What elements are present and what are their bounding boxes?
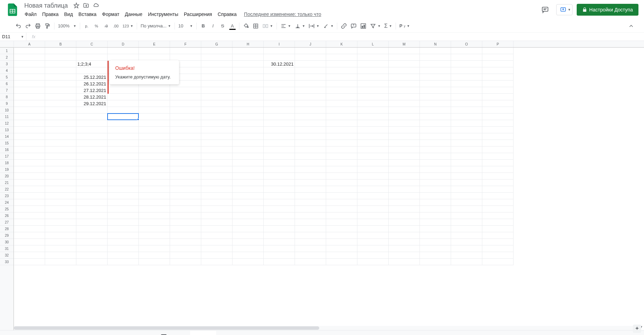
cell-M20[interactable] [389, 173, 420, 179]
cell-K21[interactable] [326, 179, 357, 186]
cell-K1[interactable] [326, 48, 357, 54]
cell-I32[interactable] [264, 252, 295, 259]
cell-M6[interactable] [389, 81, 420, 87]
cell-J10[interactable] [295, 107, 326, 114]
cell-N12[interactable] [420, 120, 451, 127]
cell-H29[interactable] [232, 232, 264, 239]
cell-F29[interactable] [170, 232, 201, 239]
cell-C32[interactable] [76, 252, 108, 259]
cell-A2[interactable] [14, 54, 45, 61]
cell-M16[interactable] [389, 146, 420, 153]
cell-J12[interactable] [295, 120, 326, 127]
row-header-9[interactable]: 9 [0, 100, 14, 107]
row-header-3[interactable]: 3 [0, 61, 14, 67]
cell-P16[interactable] [482, 146, 514, 153]
cell-N31[interactable] [420, 245, 451, 252]
cell-H2[interactable] [232, 54, 264, 61]
cell-K5[interactable] [326, 74, 357, 81]
cell-H18[interactable] [232, 160, 264, 166]
cell-P23[interactable] [482, 193, 514, 199]
cell-O10[interactable] [451, 107, 482, 114]
cell-G16[interactable] [201, 146, 232, 153]
cell-E26[interactable] [139, 212, 170, 219]
row-header-27[interactable]: 27 [0, 219, 14, 226]
cell-O18[interactable] [451, 160, 482, 166]
cell-B17[interactable] [45, 153, 76, 160]
cell-C27[interactable] [76, 219, 108, 226]
cell-E33[interactable] [139, 259, 170, 265]
cell-O21[interactable] [451, 179, 482, 186]
row-header-14[interactable]: 14 [0, 133, 14, 140]
cell-J14[interactable] [295, 133, 326, 140]
cell-L1[interactable] [357, 48, 389, 54]
row-header-32[interactable]: 32 [0, 252, 14, 259]
cell-P6[interactable] [482, 81, 514, 87]
cell-P14[interactable] [482, 133, 514, 140]
cell-G7[interactable] [201, 87, 232, 94]
cell-J21[interactable] [295, 179, 326, 186]
cell-I7[interactable] [264, 87, 295, 94]
cell-I21[interactable] [264, 179, 295, 186]
cell-L16[interactable] [357, 146, 389, 153]
cell-F18[interactable] [170, 160, 201, 166]
menu-tools[interactable]: Инструменты [145, 10, 180, 18]
cell-K10[interactable] [326, 107, 357, 114]
cell-G15[interactable] [201, 140, 232, 146]
doc-title[interactable]: Новая таблица [22, 1, 70, 10]
cell-C26[interactable] [76, 212, 108, 219]
cell-H31[interactable] [232, 245, 264, 252]
col-header-D[interactable]: D [108, 41, 139, 47]
cell-B15[interactable] [45, 140, 76, 146]
cell-A22[interactable] [14, 186, 45, 193]
row-headers[interactable]: 1234567891011121314151617181920212223242… [0, 48, 14, 330]
cell-D14[interactable] [108, 133, 139, 140]
cell-A8[interactable] [14, 94, 45, 100]
cell-H27[interactable] [232, 219, 264, 226]
row-header-1[interactable]: 1 [0, 48, 14, 54]
cell-M22[interactable] [389, 186, 420, 193]
cell-D20[interactable] [108, 173, 139, 179]
row-header-33[interactable]: 33 [0, 259, 14, 265]
cell-A32[interactable] [14, 252, 45, 259]
cell-J33[interactable] [295, 259, 326, 265]
cell-L10[interactable] [357, 107, 389, 114]
cell-H22[interactable] [232, 186, 264, 193]
cell-D9[interactable] [108, 100, 139, 107]
cell-I12[interactable] [264, 120, 295, 127]
cell-K32[interactable] [326, 252, 357, 259]
cell-I28[interactable] [264, 226, 295, 232]
cell-E7[interactable] [139, 87, 170, 94]
cell-O5[interactable] [451, 74, 482, 81]
cell-M9[interactable] [389, 100, 420, 107]
cell-C18[interactable] [76, 160, 108, 166]
cell-O31[interactable] [451, 245, 482, 252]
cell-D17[interactable] [108, 153, 139, 160]
comment-button[interactable] [349, 22, 358, 31]
cell-L23[interactable] [357, 193, 389, 199]
cell-E31[interactable] [139, 245, 170, 252]
cell-J23[interactable] [295, 193, 326, 199]
cell-P9[interactable] [482, 100, 514, 107]
cell-H4[interactable] [232, 67, 264, 74]
cell-H30[interactable] [232, 239, 264, 245]
cell-C23[interactable] [76, 193, 108, 199]
cell-B24[interactable] [45, 199, 76, 206]
cell-I31[interactable] [264, 245, 295, 252]
cell-I29[interactable] [264, 232, 295, 239]
cell-J27[interactable] [295, 219, 326, 226]
cell-A14[interactable] [14, 133, 45, 140]
cell-K8[interactable] [326, 94, 357, 100]
cell-B11[interactable] [45, 114, 76, 120]
last-change-link[interactable]: Последнее изменение: только что [244, 11, 321, 17]
cell-P2[interactable] [482, 54, 514, 61]
cell-O30[interactable] [451, 239, 482, 245]
col-header-G[interactable]: G [201, 41, 232, 47]
cell-M29[interactable] [389, 232, 420, 239]
text-color-button[interactable]: A [228, 22, 237, 31]
cell-M18[interactable] [389, 160, 420, 166]
cell-B26[interactable] [45, 212, 76, 219]
cell-O24[interactable] [451, 199, 482, 206]
cell-G32[interactable] [201, 252, 232, 259]
cell-M4[interactable] [389, 67, 420, 74]
cell-D7[interactable] [108, 87, 139, 94]
